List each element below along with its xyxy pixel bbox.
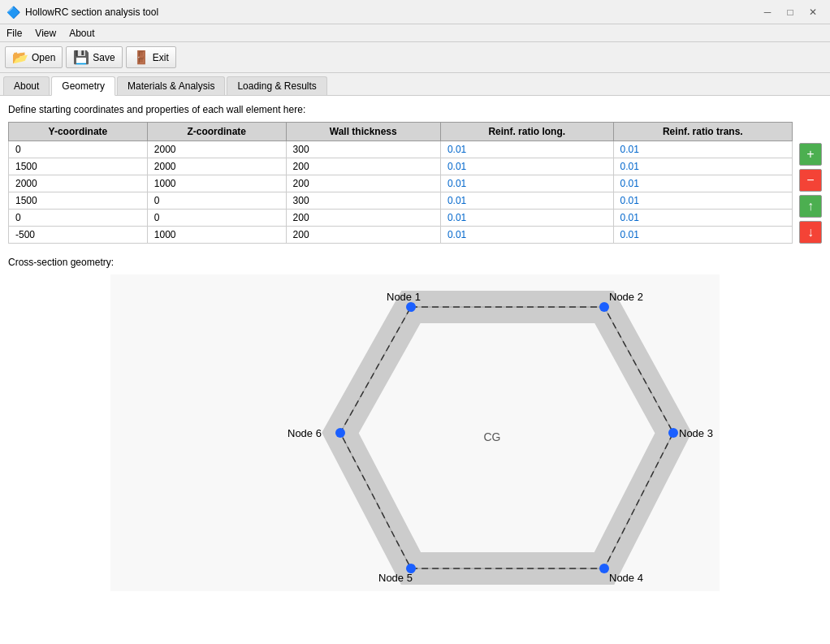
tab-loading[interactable]: Loading & Results: [227, 76, 326, 95]
canvas-area: Node 1 Node 2 Node 3 Node 4 Node 5 Node …: [8, 274, 822, 591]
row-buttons: + − ↑ ↓: [799, 122, 822, 244]
exit-button[interactable]: 🚪 Exit: [126, 46, 176, 68]
col-header-y: Y-coordinate: [9, 123, 148, 141]
close-button[interactable]: ✕: [802, 3, 824, 21]
menu-view[interactable]: View: [28, 26, 63, 41]
open-button[interactable]: 📂 Open: [5, 46, 63, 68]
main-content: Define starting coordinates and properti…: [0, 96, 830, 644]
save-label: Save: [93, 52, 115, 63]
maximize-button[interactable]: □: [780, 3, 801, 21]
section-description: Define starting coordinates and properti…: [8, 104, 822, 115]
col-header-z: Z-coordinate: [147, 123, 286, 141]
col-header-t: Wall thickness: [286, 123, 440, 141]
save-icon: 💾: [73, 50, 89, 65]
toolbar: 📂 Open 💾 Save 🚪 Exit: [0, 42, 830, 73]
node-2-dot: [599, 302, 609, 312]
table-row[interactable]: 0 2000 300 0.01 0.01: [9, 141, 793, 158]
wall-table: Y-coordinate Z-coordinate Wall thickness…: [8, 122, 793, 244]
table-row[interactable]: 2000 1000 200 0.01 0.01: [9, 175, 793, 192]
exit-icon: 🚪: [133, 50, 149, 65]
move-down-button[interactable]: ↓: [799, 221, 822, 244]
menu-bar: File View About: [0, 24, 830, 42]
node-1-dot: [406, 302, 416, 312]
remove-row-button[interactable]: −: [799, 169, 822, 192]
save-button[interactable]: 💾 Save: [66, 46, 122, 68]
add-row-button[interactable]: +: [799, 143, 822, 166]
node-3-label: Node 3: [679, 427, 713, 439]
table-row[interactable]: 1500 2000 200 0.01 0.01: [9, 158, 793, 175]
open-label: Open: [32, 52, 55, 63]
table-row[interactable]: 1500 0 300 0.01 0.01: [9, 192, 793, 210]
geometry-label: Cross-section geometry:: [8, 257, 822, 268]
minimize-button[interactable]: ─: [757, 3, 778, 21]
col-header-rt: Reinf. ratio trans.: [613, 123, 792, 141]
table-container: Y-coordinate Z-coordinate Wall thickness…: [8, 122, 822, 244]
tab-bar: About Geometry Materials & Analysis Load…: [0, 73, 830, 96]
node-1-label: Node 1: [387, 291, 421, 303]
menu-about[interactable]: About: [63, 26, 101, 41]
title-bar: 🔷 HollowRC section analysis tool ─ □ ✕: [0, 0, 830, 24]
node-2-label: Node 2: [609, 291, 643, 303]
app-icon: 🔷: [6, 6, 20, 19]
col-header-rl: Reinf. ratio long.: [440, 123, 613, 141]
geometry-section: Cross-section geometry:: [8, 257, 822, 591]
menu-file[interactable]: File: [0, 26, 28, 41]
node-6-label: Node 6: [287, 427, 322, 439]
title-bar-left: 🔷 HollowRC section analysis tool: [6, 6, 158, 19]
node-4-dot: [599, 564, 609, 573]
table-row[interactable]: -500 1000 200 0.01 0.01: [9, 227, 793, 244]
tab-materials[interactable]: Materials & Analysis: [117, 76, 225, 95]
node-3-dot: [668, 428, 678, 438]
geometry-svg: Node 1 Node 2 Node 3 Node 4 Node 5 Node …: [110, 274, 720, 591]
tab-geometry[interactable]: Geometry: [51, 76, 115, 96]
move-up-button[interactable]: ↑: [799, 195, 822, 218]
node-4-label: Node 4: [609, 572, 643, 584]
tab-about[interactable]: About: [3, 76, 50, 95]
title-controls: ─ □ ✕: [757, 3, 824, 21]
open-icon: 📂: [12, 50, 28, 65]
app-title: HollowRC section analysis tool: [25, 6, 158, 18]
exit-label: Exit: [153, 52, 169, 63]
cg-label: CG: [484, 430, 501, 443]
node-5-label: Node 5: [378, 572, 413, 584]
node-6-dot: [335, 428, 345, 438]
table-row[interactable]: 0 0 200 0.01 0.01: [9, 210, 793, 227]
